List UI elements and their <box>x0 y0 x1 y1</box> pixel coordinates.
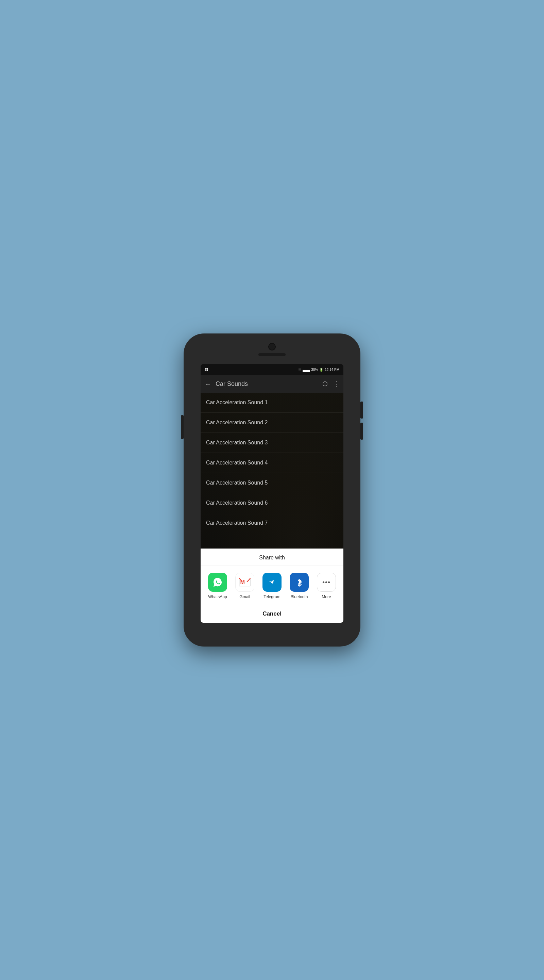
more-dots-icon: ••• <box>322 579 330 586</box>
back-button[interactable]: ← <box>205 380 211 388</box>
app-bar: ← Car Sounds ⬡ ⋮ <box>201 375 343 393</box>
status-right: 𝄙 ▄▄▄ 30% 🔋 12:14 PM <box>298 368 339 372</box>
share-bluetooth[interactable]: Bluetooth <box>290 573 309 599</box>
telegram-icon <box>262 573 282 592</box>
status-bar: 🖼 𝄙 ▄▄▄ 30% 🔋 12:14 PM <box>201 364 343 375</box>
bluetooth-label: Bluetooth <box>291 595 308 599</box>
power-button <box>181 415 184 439</box>
gmail-label: Gmail <box>239 595 250 599</box>
more-options-button[interactable]: ⋮ <box>333 380 339 388</box>
svg-text:M: M <box>240 579 245 585</box>
sound-item-6[interactable]: Car Acceleration Sound 6 <box>201 493 343 513</box>
share-title: Share with <box>201 549 343 566</box>
sound-item-4[interactable]: Car Acceleration Sound 4 <box>201 453 343 473</box>
phone-screen: 🖼 𝄙 ▄▄▄ 30% 🔋 12:14 PM ← Car Sounds ⬡ ⋮ <box>201 364 343 623</box>
sound-item-7[interactable]: Car Acceleration Sound 7 <box>201 513 343 533</box>
signal-bars: ▄▄▄ <box>303 368 310 372</box>
battery-percent: 30% <box>311 368 318 372</box>
sound-item-1[interactable]: Car Acceleration Sound 1 <box>201 393 343 413</box>
phone-frame: 🖼 𝄙 ▄▄▄ 30% 🔋 12:14 PM ← Car Sounds ⬡ ⋮ <box>184 334 360 646</box>
more-icon: ••• <box>317 573 336 592</box>
share-whatsapp[interactable]: WhatsApp <box>208 573 227 599</box>
bluetooth-icon <box>290 573 309 592</box>
whatsapp-label: WhatsApp <box>208 595 227 599</box>
whatsapp-icon <box>208 573 227 592</box>
telegram-label: Telegram <box>263 595 280 599</box>
share-sheet: Share with WhatsApp <box>201 549 343 623</box>
share-apps-row: WhatsApp M Gmail <box>201 566 343 605</box>
sound-item-3[interactable]: Car Acceleration Sound 3 <box>201 433 343 453</box>
gmail-icon: M <box>235 573 254 592</box>
cancel-button[interactable]: Cancel <box>201 605 343 623</box>
app-bar-title: Car Sounds <box>216 380 322 388</box>
battery-icon: 🔋 <box>319 368 324 372</box>
app-bar-actions: ⬡ ⋮ <box>322 380 339 388</box>
volume-buttons <box>360 401 363 440</box>
share-gmail[interactable]: M Gmail <box>235 573 254 599</box>
notification-icon: 🖼 <box>205 368 208 372</box>
wifi-icon: 𝄙 <box>298 368 301 372</box>
sound-list: Car Acceleration Sound 1Car Acceleration… <box>201 393 343 533</box>
share-more[interactable]: ••• More <box>317 573 336 599</box>
sound-item-5[interactable]: Car Acceleration Sound 5 <box>201 473 343 493</box>
share-telegram[interactable]: Telegram <box>262 573 282 599</box>
time-display: 12:14 PM <box>325 368 339 372</box>
more-label: More <box>322 595 331 599</box>
phone-camera <box>268 343 276 350</box>
sound-item-2[interactable]: Car Acceleration Sound 2 <box>201 413 343 433</box>
share-button[interactable]: ⬡ <box>322 380 328 388</box>
phone-speaker <box>259 353 285 356</box>
